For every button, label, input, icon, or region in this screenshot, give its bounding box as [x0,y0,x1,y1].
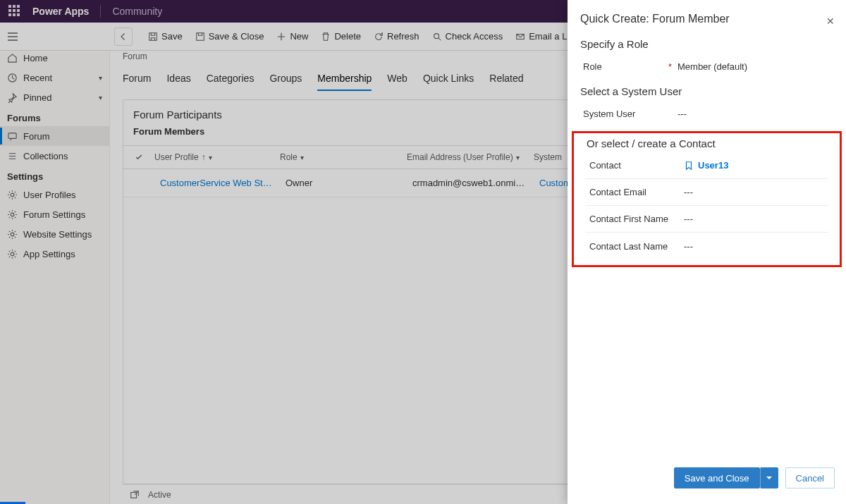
nav-forum[interactable]: Forum [0,126,109,146]
nav-label: Forum [23,131,50,142]
tab-web[interactable]: Web [387,73,407,91]
field-role[interactable]: Role Member (default) [579,53,835,80]
nav-home[interactable]: Home [0,48,109,68]
section-contact: Or select / create a Contact [574,133,840,152]
check-access-button[interactable]: Check Access [432,31,503,42]
home-icon [7,53,18,63]
nav-recent[interactable]: Recent ▾ [0,68,109,87]
panel-footer: Save and Close Cancel [568,459,846,504]
nav-label: Home [23,53,48,63]
chevron-down-icon: ▾ [99,74,102,82]
user-profile-link[interactable]: CustomerService Web Staging [154,178,280,188]
nav-label: User Profiles [23,190,75,200]
nav-app-settings[interactable]: App Settings [0,244,109,264]
select-all-checkbox[interactable] [123,153,149,161]
list-icon [7,151,18,161]
nav-label: Recent [23,73,52,83]
nav-section-settings: Settings [0,166,109,185]
refresh-button[interactable]: Refresh [374,31,419,42]
back-button[interactable] [114,27,133,46]
hamburger-icon[interactable] [4,28,21,45]
panel-title: Quick Create: Forum Member [568,0,846,32]
tab-groups[interactable]: Groups [269,73,302,91]
nav-section-forums: Forums [0,107,109,126]
chevron-down-icon: ▾ [99,94,102,102]
role-label: Role [579,61,678,72]
tab-categories[interactable]: Categories [207,73,255,91]
cancel-button[interactable]: Cancel [785,467,835,488]
field-contact-last-name[interactable]: Contact Last Name --- [585,233,828,259]
record-status: Active [148,490,171,500]
field-contact-first-name[interactable]: Contact First Name --- [585,206,828,233]
save-button[interactable]: Save [148,31,183,42]
nav-label: Collections [23,151,68,161]
community-label: Community [112,6,162,17]
save-and-close-button[interactable]: Save & Close [195,31,264,42]
nav-forum-settings[interactable]: Forum Settings [0,204,109,224]
tab-forum[interactable]: Forum [123,73,151,91]
quick-create-panel: Quick Create: Forum Member ✕ Specify a R… [568,0,846,504]
contact-email-value[interactable]: --- [684,187,828,197]
nav-label: Pinned [23,92,51,103]
left-navigation: Home Recent ▾ Pinned ▾ Forums Forum [0,23,110,504]
svg-rect-1 [8,133,16,138]
delete-button[interactable]: Delete [321,31,361,42]
contact-fname-value[interactable]: --- [684,214,828,224]
field-contact[interactable]: Contact User13 [585,152,828,179]
close-button[interactable]: ✕ [826,16,835,27]
tab-related[interactable]: Related [489,73,523,91]
chat-icon [7,131,18,142]
chevron-down-icon: ▾ [209,154,212,161]
nav-user-profiles[interactable]: User Profiles [0,185,109,204]
section-role: Specify a Role [568,32,846,53]
chevron-down-icon: ▾ [300,154,304,161]
email-cell: crmadmin@csweb1.onmicros... [407,178,534,188]
field-system-user[interactable]: System User --- [579,100,835,127]
save-and-close-split-button[interactable] [760,467,778,488]
col-user-profile[interactable]: User Profile ↑ ▾ [149,152,274,162]
role-value[interactable]: Member (default) [678,61,835,72]
gear-icon [7,249,18,259]
popout-icon[interactable] [130,490,140,500]
brand-name: Power Apps [32,6,89,17]
clock-icon [7,73,18,83]
role-cell: Owner [280,178,407,188]
tab-ideas[interactable]: Ideas [166,73,190,91]
system-user-value[interactable]: --- [678,109,835,119]
chevron-down-icon: ▾ [516,154,520,161]
save-and-close-button[interactable]: Save and Close [674,467,760,488]
field-contact-email[interactable]: Contact Email --- [585,179,828,206]
sort-asc-icon: ↑ [202,152,206,162]
contact-lname-value[interactable]: --- [684,241,828,252]
svg-point-4 [11,233,14,236]
nav-pinned[interactable]: Pinned ▾ [0,87,109,107]
col-role[interactable]: Role ▾ [274,152,401,162]
svg-rect-6 [131,492,137,498]
nav-website-settings[interactable]: Website Settings [0,224,109,244]
section-system-user: Select a System User [568,80,846,100]
divider [100,5,101,18]
col-email[interactable]: Email Address (User Profile) ▾ [401,152,528,162]
nav-label: App Settings [23,249,75,259]
contact-label: Contact [585,160,684,171]
contact-section-highlight: Or select / create a Contact Contact Use… [572,131,842,267]
svg-rect-8 [196,32,204,40]
gear-icon [7,209,18,220]
nav-collections[interactable]: Collections [0,146,109,166]
contact-lname-label: Contact Last Name [585,241,684,252]
tab-quick-links[interactable]: Quick Links [423,73,474,91]
svg-point-9 [434,33,439,38]
new-button[interactable]: New [276,31,308,42]
contact-lookup-value[interactable]: User13 [684,160,828,171]
svg-rect-7 [149,32,157,40]
svg-point-5 [11,252,14,256]
nav-label: Forum Settings [23,209,85,220]
tab-membership[interactable]: Membership [317,73,372,91]
contact-email-label: Contact Email [585,187,684,197]
app-launcher-icon[interactable] [8,5,21,18]
gear-icon [7,190,18,200]
contact-fname-label: Contact First Name [585,214,684,224]
gear-icon [7,229,18,240]
pin-icon [7,92,18,103]
nav-label: Website Settings [23,229,92,240]
